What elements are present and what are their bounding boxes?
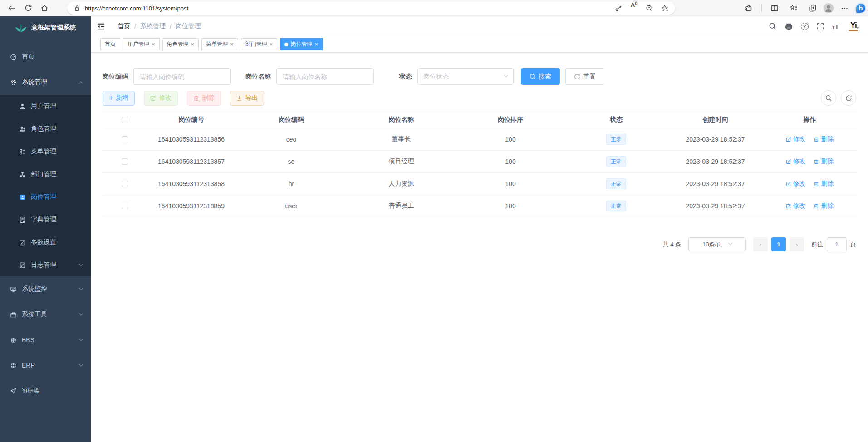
favorite-add-icon[interactable]	[658, 1, 672, 15]
app-logo: 意框架管理系统	[0, 16, 91, 39]
fold-menu-icon[interactable]	[97, 22, 105, 31]
sidebar-item-dept-management[interactable]: 部门管理	[0, 163, 91, 186]
sidebar-item-dict-management[interactable]: 字典管理	[0, 208, 91, 231]
delete-button[interactable]: 删除	[187, 91, 221, 106]
post-name-input[interactable]	[276, 68, 374, 85]
sidebar-item-label: 角色管理	[31, 125, 56, 133]
edit-icon	[786, 203, 791, 209]
close-icon[interactable]: ×	[314, 41, 318, 48]
tab-role-management[interactable]: 角色管理 ×	[162, 38, 199, 50]
refresh-table-button[interactable]	[841, 90, 856, 106]
sidebar-item-home[interactable]: 首页	[0, 44, 91, 69]
select-all-checkbox[interactable]	[122, 117, 128, 123]
breadcrumb: 首页 / 系统管理 / 岗位管理	[118, 22, 201, 30]
split-screen-icon[interactable]	[766, 1, 783, 15]
sidebar-item-menu-management[interactable]: 菜单管理	[0, 140, 91, 163]
log-icon	[19, 262, 26, 269]
reset-button[interactable]: 重置	[565, 68, 604, 85]
user-icon	[19, 103, 26, 110]
bing-chat-icon[interactable]: b	[855, 3, 866, 14]
tab-user-management[interactable]: 用户管理 ×	[123, 38, 160, 50]
home-icon[interactable]	[36, 1, 53, 15]
cell-post-sort: 100	[456, 180, 565, 187]
row-checkbox[interactable]	[122, 181, 128, 187]
sidebar-item-system-management[interactable]: 系统管理	[0, 69, 91, 95]
read-aloud-icon[interactable]: A))	[627, 1, 641, 15]
sidebar-item-log-management[interactable]: 日志管理	[0, 254, 91, 276]
status-label: 状态	[399, 73, 412, 81]
font-size-icon[interactable]: TT	[832, 23, 839, 30]
row-edit-label: 修改	[793, 180, 806, 188]
status-select[interactable]: 岗位状态	[417, 68, 514, 85]
refresh-icon[interactable]	[20, 1, 36, 15]
goto-page-input[interactable]	[827, 237, 847, 251]
globe-icon	[10, 337, 17, 344]
row-delete-button[interactable]: 删除	[814, 157, 834, 166]
close-icon[interactable]: ×	[191, 41, 195, 48]
search-icon[interactable]	[769, 22, 777, 30]
cell-post-sort: 100	[456, 202, 565, 210]
sidebar-item-erp[interactable]: ERP	[0, 353, 91, 378]
tab-menu-management[interactable]: 菜单管理 ×	[201, 38, 238, 50]
row-edit-button[interactable]: 修改	[786, 135, 806, 143]
sidebar-item-system-monitor[interactable]: 系统监控	[0, 276, 91, 302]
fullscreen-icon[interactable]	[816, 22, 824, 30]
page-1-button[interactable]: 1	[771, 237, 786, 251]
extensions-puzzle-icon[interactable]	[740, 1, 757, 15]
tab-home[interactable]: 首页	[100, 38, 120, 50]
sidebar-item-yi-framework[interactable]: Yi框架	[0, 378, 91, 403]
tab-post-management[interactable]: 岗位管理 ×	[280, 38, 323, 50]
user-menu[interactable]: Yi ▾	[847, 20, 859, 33]
post-code-input[interactable]	[133, 68, 231, 85]
breadcrumb-section[interactable]: 系统管理	[140, 22, 166, 30]
row-delete-button[interactable]: 删除	[814, 135, 834, 143]
cell-post-code: user	[236, 202, 347, 210]
close-icon[interactable]: ×	[270, 41, 273, 48]
row-delete-button[interactable]: 删除	[814, 180, 834, 188]
export-button[interactable]: 导出	[230, 91, 264, 106]
close-icon[interactable]: ×	[230, 41, 234, 48]
status-badge: 正常	[606, 134, 626, 145]
github-icon[interactable]	[785, 22, 793, 31]
sidebar-item-param-settings[interactable]: 参数设置	[0, 231, 91, 254]
breadcrumb-home[interactable]: 首页	[118, 22, 130, 30]
tabs-add-icon[interactable]	[804, 1, 821, 15]
url-text[interactable]: https://ccnetcore.com:1101/system/post	[85, 5, 188, 12]
sidebar-item-system-tools[interactable]: 系统工具	[0, 302, 91, 327]
row-delete-label: 删除	[821, 180, 834, 188]
profile-avatar-icon[interactable]	[824, 3, 834, 13]
show-search-button[interactable]	[821, 90, 836, 106]
close-icon[interactable]: ×	[152, 41, 155, 48]
search-button[interactable]: 搜索	[521, 68, 560, 85]
breadcrumb-page: 岗位管理	[176, 22, 201, 30]
back-icon[interactable]	[4, 1, 20, 15]
tab-label: 用户管理	[128, 40, 149, 48]
sidebar-item-role-management[interactable]: 角色管理	[0, 118, 91, 140]
sidebar-item-bbs[interactable]: BBS	[0, 327, 91, 353]
row-edit-button[interactable]: 修改	[786, 180, 806, 188]
tab-dept-management[interactable]: 部门管理 ×	[241, 38, 278, 50]
sidebar-item-label: 参数设置	[31, 238, 56, 246]
next-page-button[interactable]: ›	[790, 237, 804, 251]
zoom-out-icon[interactable]	[642, 1, 656, 15]
add-button[interactable]: + 新增	[103, 91, 135, 106]
page-size-select[interactable]: 10条/页	[688, 237, 746, 251]
row-checkbox[interactable]	[122, 158, 128, 165]
sidebar-item-post-management[interactable]: 岗位管理	[0, 186, 91, 208]
ellipsis-icon[interactable]	[836, 1, 853, 15]
row-checkbox[interactable]	[122, 136, 128, 142]
row-delete-button[interactable]: 删除	[814, 202, 834, 210]
row-edit-button[interactable]: 修改	[786, 157, 806, 166]
col-post-sort: 岗位排序	[456, 116, 565, 124]
row-checkbox[interactable]	[122, 203, 128, 209]
address-bar[interactable]: https://ccnetcore.com:1101/system/post A…	[67, 2, 675, 15]
sidebar-item-user-management[interactable]: 用户管理	[0, 95, 91, 118]
prev-page-button[interactable]: ‹	[753, 237, 768, 251]
search-form: 岗位编码 岗位名称 状态 岗位状态 搜索 重置	[103, 68, 856, 85]
lock-icon[interactable]	[74, 5, 81, 12]
help-icon[interactable]: ?	[801, 23, 809, 30]
row-edit-button[interactable]: 修改	[786, 202, 806, 210]
password-key-icon[interactable]	[612, 1, 625, 15]
collections-star-icon[interactable]	[785, 1, 802, 15]
edit-button[interactable]: 修改	[144, 91, 178, 106]
